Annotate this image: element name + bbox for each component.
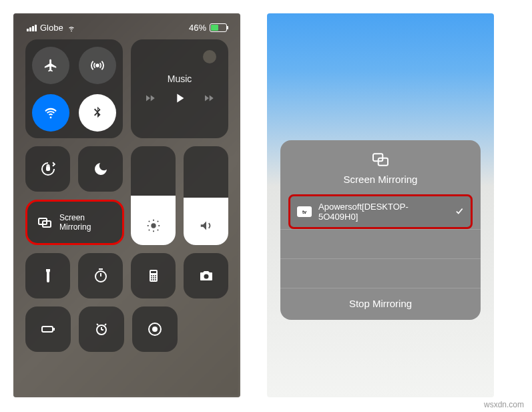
screen-mirroring-label: ScreenMirroring <box>59 213 91 232</box>
airplay-audio-icon <box>203 50 216 63</box>
svg-point-19 <box>153 275 154 276</box>
status-bar: Globe 46% <box>25 20 228 39</box>
empty-row <box>280 229 481 258</box>
svg-point-24 <box>151 279 152 280</box>
control-center-screen: Globe 46% <box>13 13 240 397</box>
play-icon[interactable] <box>172 91 187 108</box>
do-not-disturb-button[interactable] <box>78 146 123 192</box>
brightness-slider[interactable] <box>131 146 176 245</box>
svg-point-25 <box>153 279 154 280</box>
screen-record-button[interactable] <box>132 306 178 352</box>
svg-point-2 <box>151 223 156 228</box>
wifi-status-icon <box>67 23 76 33</box>
wifi-toggle[interactable] <box>32 94 69 132</box>
checkmark-icon <box>455 206 464 218</box>
calculator-icon <box>146 268 162 284</box>
screen-mirroring-icon <box>37 214 53 230</box>
camera-button[interactable] <box>184 253 228 298</box>
svg-line-9 <box>157 221 158 222</box>
low-power-button[interactable] <box>25 306 71 352</box>
svg-rect-28 <box>42 327 53 332</box>
flashlight-button[interactable] <box>25 253 70 298</box>
music-tile[interactable]: Music <box>131 39 228 138</box>
screen-mirroring-icon <box>370 152 390 170</box>
svg-point-18 <box>151 275 152 276</box>
device-name: Apowersoft[DESKTOP-5O409H0] <box>318 202 448 222</box>
signal-icon <box>27 25 37 31</box>
svg-line-8 <box>157 230 158 230</box>
sheet-title: Screen Mirroring <box>344 174 418 185</box>
orientation-lock-button[interactable] <box>25 146 70 192</box>
camera-icon <box>198 268 214 284</box>
alarm-button[interactable] <box>79 306 124 352</box>
svg-point-20 <box>155 275 156 276</box>
svg-line-7 <box>148 221 149 222</box>
screen-mirroring-button[interactable]: ScreenMirroring <box>25 200 124 245</box>
carrier-label: Globe <box>40 23 63 33</box>
cellular-toggle[interactable] <box>79 47 116 84</box>
alarm-icon <box>93 321 109 337</box>
svg-point-22 <box>153 277 154 278</box>
brightness-icon <box>146 218 161 236</box>
svg-point-23 <box>155 277 156 278</box>
music-label: Music <box>168 73 192 84</box>
stop-mirroring-button[interactable]: Stop Mirroring <box>280 288 481 316</box>
svg-rect-1 <box>47 167 49 170</box>
bluetooth-toggle[interactable] <box>79 94 116 132</box>
timer-button[interactable] <box>78 253 123 298</box>
volume-slider[interactable] <box>184 146 228 245</box>
svg-line-33 <box>97 324 98 325</box>
svg-point-36 <box>152 327 158 332</box>
connectivity-group <box>25 39 123 138</box>
mirroring-device-row[interactable]: tv Apowersoft[DESKTOP-5O409H0] <box>288 194 473 229</box>
calculator-button[interactable] <box>131 253 176 298</box>
svg-rect-17 <box>151 271 156 273</box>
svg-point-21 <box>151 277 152 278</box>
forward-icon[interactable] <box>203 92 215 107</box>
svg-point-0 <box>96 64 99 67</box>
empty-row <box>280 258 481 288</box>
timer-icon <box>93 268 109 284</box>
flashlight-icon <box>40 268 56 284</box>
screen-mirroring-sheet: Screen Mirroring tv Apowersoft[DESKTOP-5… <box>280 140 481 320</box>
battery-icon <box>210 23 227 32</box>
rewind-icon[interactable] <box>144 92 156 107</box>
svg-point-27 <box>204 274 208 279</box>
mirroring-sheet-screen: Screen Mirroring tv Apowersoft[DESKTOP-5… <box>267 13 494 397</box>
svg-line-34 <box>105 324 106 325</box>
watermark: wsxdn.com <box>484 400 524 409</box>
low-power-icon <box>40 321 56 337</box>
svg-line-10 <box>148 230 149 230</box>
svg-point-26 <box>155 279 156 280</box>
moon-icon <box>93 161 109 177</box>
record-icon <box>147 321 163 337</box>
volume-icon <box>199 218 214 236</box>
orientation-lock-icon <box>40 161 56 177</box>
battery-percent-label: 46% <box>189 23 206 33</box>
appletv-icon: tv <box>297 206 312 217</box>
airplane-toggle[interactable] <box>32 47 69 84</box>
